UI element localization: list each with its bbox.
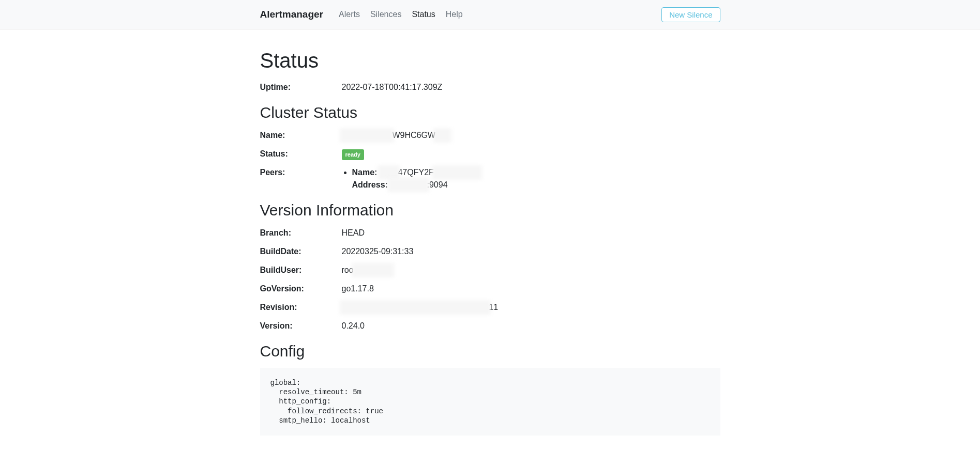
revision-label: Revision: [260,301,342,314]
cluster-peers-label: Peers: [260,166,342,179]
config-heading: Config [260,339,720,363]
peer-name-label: Name: [352,168,378,177]
uptime-value: 2022-07-18T00:41:17.309Z [342,81,720,94]
status-badge: ready [342,149,364,160]
nav-links: Alerts Silences Status Help [334,4,661,25]
cluster-heading: Cluster Status [260,101,720,124]
nav-help[interactable]: Help [441,4,468,25]
version-row: Version: 0.24.0 [260,320,720,332]
version-heading: Version Information [260,198,720,222]
nav-silences[interactable]: Silences [365,4,406,25]
peer-name-value: 47QFY2F [398,168,433,177]
branch-row: Branch: HEAD [260,227,720,239]
builduser-label: BuildUser: [260,264,342,276]
page-title: Status [260,45,720,76]
main-container: Status Uptime: 2022-07-18T00:41:17.309Z … [252,29,728,436]
goversion-label: GoVersion: [260,283,342,295]
cluster-name-row: Name: 00000000000W9HC6GW000 [260,129,720,142]
builddate-row: BuildDate: 20220325-09:31:33 [260,245,720,258]
brand[interactable]: Alertmanager [260,7,324,22]
builduser-value: root@000000 [342,264,720,276]
version-value: 0.24.0 [342,320,720,332]
navbar: Alertmanager Alerts Silences Status Help… [0,0,980,29]
uptime-label: Uptime: [260,81,342,94]
nav-status[interactable]: Status [406,4,440,25]
goversion-row: GoVersion: go1.17.8 [260,283,720,295]
cluster-status-row: Status: ready [260,148,720,160]
peer-address-value: :9094 [427,180,448,189]
uptime-row: Uptime: 2022-07-18T00:41:17.309Z [260,81,720,94]
revision-value: 0000000000000000000000000000000011 [342,301,720,314]
revision-row: Revision: 000000000000000000000000000000… [260,301,720,314]
config-text: global: resolve_timeout: 5m http_config:… [260,368,720,436]
builduser-row: BuildUser: root@000000 [260,264,720,276]
branch-label: Branch: [260,227,342,239]
cluster-peers-row: Peers: Name: 000047QFY2F0000000000 Addre… [260,166,720,191]
new-silence-button[interactable]: New Silence [661,7,720,22]
version-label: Version: [260,320,342,332]
branch-value: HEAD [342,227,720,239]
cluster-name-value: 00000000000W9HC6GW000 [342,129,720,142]
nav-alerts[interactable]: Alerts [334,4,365,25]
goversion-value: go1.17.8 [342,283,720,295]
builddate-label: BuildDate: [260,245,342,258]
cluster-status-value: ready [342,148,720,160]
cluster-status-label: Status: [260,148,342,160]
cluster-peers-value: Name: 000047QFY2F0000000000 Address: 000… [342,166,720,191]
peer-item: Name: 000047QFY2F0000000000 Address: 000… [352,166,720,191]
cluster-name-label: Name: [260,129,342,142]
peer-address-label: Address: [352,180,388,189]
builddate-value: 20220325-09:31:33 [342,245,720,258]
